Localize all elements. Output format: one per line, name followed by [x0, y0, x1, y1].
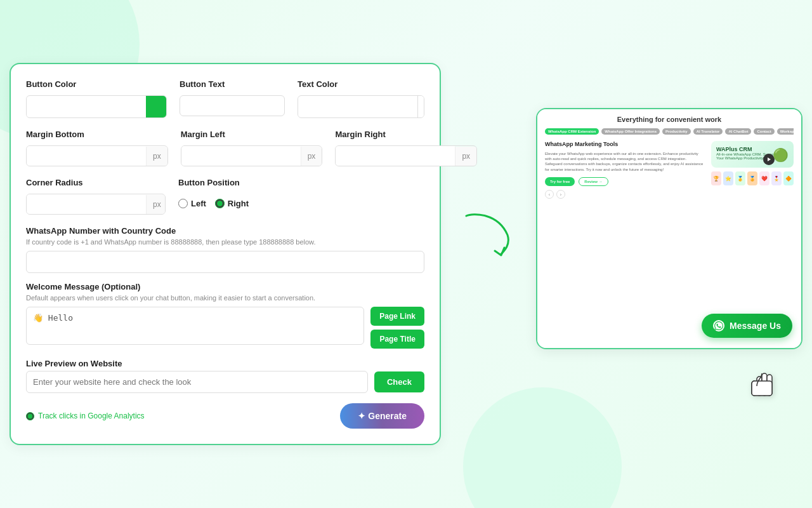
margin-right-unit: px [455, 147, 476, 166]
page-link-button[interactable]: Page Link [370, 307, 424, 326]
margin-left-group: Margin Left 20 px [181, 130, 323, 166]
position-right-option[interactable]: Right [215, 199, 249, 208]
corner-radius-group: Corner Radius 8 px [26, 178, 166, 215]
margin-bottom-group: Margin Bottom 20 px [26, 130, 168, 166]
wa-float-icon [713, 320, 724, 331]
nav-tab-1: WhatsApp CRM Extension [545, 128, 599, 135]
welcome-message-label: Welcome Message (Optional) [26, 282, 424, 291]
generate-button[interactable]: ✦ Generate [340, 403, 424, 429]
curved-arrow-icon [460, 210, 517, 260]
margin-right-input[interactable]: 20 [336, 146, 455, 166]
corner-radius-label: Corner Radius [26, 178, 166, 187]
whatsapp-number-section: WhatsApp Number with Country Code If cou… [26, 226, 424, 273]
nav-tab-6: Contact [754, 128, 774, 135]
margin-right-input-wrapper: 20 px [335, 145, 477, 166]
next-arrow-button[interactable]: › [556, 190, 565, 199]
prev-arrow-button[interactable]: ‹ [545, 190, 554, 199]
button-text-group: Button Text Message Us [180, 79, 285, 118]
marketing-title: WhatsApp Marketing Tools [545, 141, 705, 149]
site-title: Everything for convenient work [545, 116, 794, 123]
browser-content: Everything for convenient work WhatsApp … [537, 109, 801, 348]
welcome-message-row: 👋 Hello Page Link Page Title [26, 307, 424, 349]
text-color-input[interactable]: #ffffff [298, 97, 417, 117]
analytics-radio[interactable] [26, 412, 34, 420]
badge-4: 🏅 [747, 171, 757, 185]
whatsapp-svg-icon [714, 321, 723, 330]
analytics-label[interactable]: Track clicks in Google Analytics [26, 411, 145, 420]
analytics-text: Track clicks in Google Analytics [38, 411, 145, 420]
button-color-input-wrapper: #16BE45 [26, 95, 167, 118]
text-color-label: Text Color [298, 79, 424, 89]
wa-float-button[interactable]: Message Us [702, 314, 792, 338]
nav-tab-4: AI Translator [693, 128, 723, 135]
position-left-option[interactable]: Left [178, 199, 206, 208]
check-button[interactable]: Check [374, 371, 424, 392]
main-content-area: WhatsApp Marketing Tools Elevate your Wh… [545, 141, 794, 199]
button-color-label: Button Color [26, 79, 167, 89]
position-left-label: Left [191, 199, 206, 208]
live-preview-section: Live Preview on Website Check [26, 359, 424, 393]
welcome-message-hint: Default appears when users click on your… [26, 294, 424, 302]
review-button[interactable]: Review → [579, 177, 608, 186]
page-title-button[interactable]: Page Title [370, 330, 424, 349]
button-color-input[interactable]: #16BE45 [27, 97, 146, 117]
right-content: WAPlus CRM All-In-one WhatsApp CRM. Supe… [711, 141, 794, 199]
whatsapp-logo-icon: 🟢 [773, 147, 789, 163]
corner-radius-unit: px [146, 195, 166, 214]
margin-left-unit: px [301, 147, 322, 166]
margin-bottom-input-wrapper: 20 px [26, 145, 168, 166]
margin-left-label: Margin Left [181, 130, 323, 139]
live-preview-label: Live Preview on Website [26, 359, 424, 368]
welcome-message-section: Welcome Message (Optional) Default appea… [26, 282, 424, 349]
row-margins: Margin Bottom 20 px Margin Left 20 px Ma… [26, 130, 424, 166]
cursor-hand-icon [745, 361, 783, 413]
badge-row: 🏆 ⭐ 🥇 🏅 ❤️ 🎖️ 🔶 [711, 171, 794, 185]
welcome-message-textarea[interactable]: 👋 Hello [26, 307, 364, 345]
button-position-label: Button Position [178, 178, 424, 187]
right-section: Everything for convenient work WhatsApp … [536, 108, 802, 400]
text-color-swatch[interactable] [417, 96, 424, 117]
nav-tab-3: Productivity [662, 128, 691, 135]
corner-radius-input[interactable]: 8 [27, 194, 146, 214]
margin-left-input[interactable]: 20 [181, 146, 301, 166]
nav-tab-7: Workspace [777, 128, 794, 135]
badge-7: 🔶 [783, 171, 794, 185]
preview-panel: Everything for convenient work WhatsApp … [536, 108, 802, 349]
badge-6: 🎖️ [771, 171, 782, 185]
arrow-container [460, 210, 517, 298]
try-free-button[interactable]: Try for free [545, 177, 575, 186]
badge-1: 🏆 [711, 171, 721, 185]
position-left-radio[interactable] [178, 199, 188, 208]
button-position-radio-group: Left Right [178, 194, 424, 213]
nav-arrows: ‹ › [545, 190, 705, 199]
text-color-group: Text Color #ffffff [298, 79, 424, 118]
position-right-radio[interactable] [215, 199, 225, 208]
config-panel: Button Color #16BE45 Button Text Message… [10, 63, 441, 445]
margin-left-input-wrapper: 20 px [181, 145, 323, 166]
button-text-label: Button Text [180, 79, 285, 89]
crm-card: WAPlus CRM All-In-one WhatsApp CRM. Supe… [711, 141, 794, 168]
margin-bottom-unit: px [146, 147, 167, 166]
cta-buttons: Try for free Review → [545, 177, 705, 186]
badge-5: ❤️ [759, 171, 769, 185]
bottom-row: Track clicks in Google Analytics ✦ Gener… [26, 403, 424, 429]
button-color-swatch[interactable] [146, 96, 166, 117]
row-corner-position: Corner Radius 8 px Button Position Left … [26, 178, 424, 215]
position-right-label: Right [228, 199, 249, 208]
margin-bottom-input[interactable]: 20 [27, 146, 146, 166]
whatsapp-number-label: WhatsApp Number with Country Code [26, 226, 424, 236]
svg-rect-4 [752, 381, 772, 396]
main-wrapper: Button Color #16BE45 Button Text Message… [0, 0, 812, 508]
wa-float-label: Message Us [730, 321, 781, 331]
whatsapp-number-hint: If country code is +1 and WhatsApp numbe… [26, 238, 424, 246]
button-text-input[interactable]: Message Us [180, 95, 285, 116]
text-color-input-wrapper: #ffffff [298, 95, 424, 118]
margin-right-label: Margin Right [335, 130, 477, 139]
badge-3: 🥇 [735, 171, 745, 185]
live-preview-input[interactable] [26, 371, 368, 393]
whatsapp-number-input[interactable] [26, 251, 424, 273]
nav-tab-2: WhatsApp Offer Integrations [601, 128, 660, 135]
margin-bottom-label: Margin Bottom [26, 130, 168, 139]
corner-radius-input-wrapper: 8 px [26, 194, 166, 215]
badge-2: ⭐ [723, 171, 733, 185]
